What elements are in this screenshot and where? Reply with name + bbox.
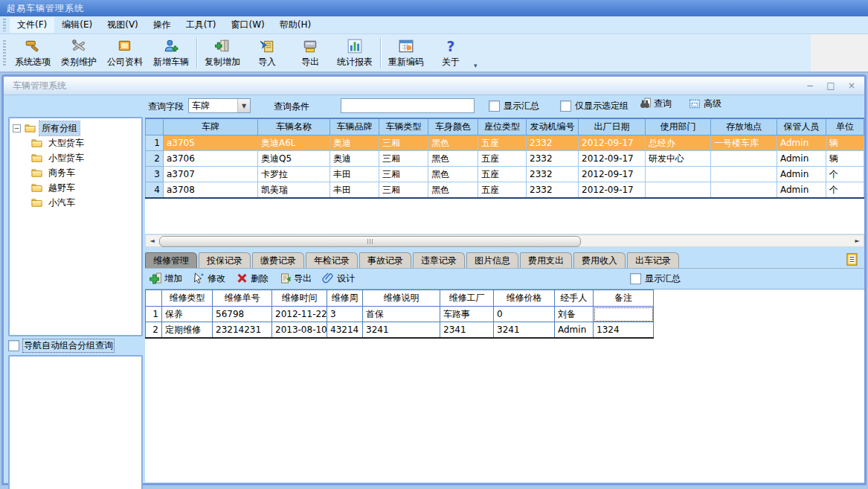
query-condition-input[interactable]	[341, 98, 475, 113]
table-cell[interactable]: 2332	[527, 182, 579, 199]
advanced-button[interactable]: 高级	[688, 98, 721, 110]
tab-10[interactable]: 出车记录	[627, 252, 679, 268]
column-header[interactable]: 保管人员	[777, 119, 826, 135]
auto-group-checkbox-row[interactable]: 导航自动组合分组查询	[8, 339, 143, 352]
toolbar-button-3[interactable]: 公司资料	[102, 36, 148, 70]
column-header[interactable]: 维修时间	[272, 290, 327, 307]
close-button[interactable]	[843, 80, 860, 92]
table-row[interactable]: 2定期维修232142312013-08-1043214324123413241…	[146, 322, 654, 339]
table-cell[interactable]: 一号楼车库	[711, 135, 777, 151]
table-cell[interactable]: 五座	[478, 182, 527, 199]
table-cell[interactable]	[646, 182, 711, 199]
chevron-down-icon[interactable]: ▼	[237, 99, 250, 112]
table-cell[interactable]	[646, 167, 711, 182]
table-cell[interactable]: 辆	[826, 151, 864, 167]
column-header[interactable]: 维修周	[327, 290, 363, 307]
column-header[interactable]: 维修类型	[162, 290, 213, 307]
table-cell[interactable]: 黑色	[428, 135, 478, 151]
column-header[interactable]: 出厂日期	[579, 119, 646, 135]
toolbar-button-5[interactable]: 复制增加	[199, 36, 245, 70]
tree-item-1[interactable]: 大型货车	[11, 135, 140, 150]
table-cell[interactable]: 三厢	[379, 135, 428, 151]
menu-item-4[interactable]: 操作	[146, 17, 179, 33]
table-cell[interactable]: Admin	[777, 151, 826, 167]
toolbar-button-2[interactable]: 类别维护	[56, 36, 102, 70]
table-row[interactable]: 4a3708凯美瑞丰田三厢黑色五座23322012-09-17Admin个	[146, 182, 864, 199]
menu-item-6[interactable]: 窗口(W)	[224, 17, 272, 33]
table-cell[interactable]: 奥迪A6L	[258, 135, 330, 151]
table-cell[interactable]: 3241	[363, 322, 440, 339]
column-header[interactable]: 车辆品牌	[330, 119, 379, 135]
minimize-button[interactable]	[802, 80, 818, 92]
table-cell[interactable]: Admin	[555, 322, 594, 339]
record-show-summary-checkbox[interactable]	[630, 273, 641, 284]
table-cell[interactable]: 五座	[478, 167, 527, 182]
column-header[interactable]: 维修价格	[494, 290, 555, 307]
auto-group-checkbox[interactable]	[8, 340, 19, 351]
table-cell[interactable]: 丰田	[330, 182, 379, 199]
table-cell[interactable]: 3241	[494, 322, 555, 339]
table-cell[interactable]	[711, 182, 777, 199]
table-cell[interactable]: 2012-09-17	[579, 135, 646, 151]
tab-4[interactable]: 年检记录	[306, 252, 358, 268]
toolbar-button-9[interactable]: 重新编码	[383, 36, 429, 70]
tree-item-2[interactable]: 小型货车	[11, 150, 140, 165]
table-cell[interactable]: 奥迪	[330, 151, 379, 167]
menu-item-1[interactable]: 文件(F)	[10, 17, 54, 33]
table-cell[interactable]: 三厢	[379, 151, 428, 167]
toolbar-overflow-icon[interactable]: ▾	[474, 62, 478, 69]
table-cell[interactable]: 23214231	[213, 322, 272, 339]
table-cell[interactable]: 卡罗拉	[258, 167, 330, 182]
table-cell[interactable]: 43214	[327, 322, 363, 339]
table-cell[interactable]: 0	[494, 307, 555, 322]
table-cell[interactable]: 黑色	[428, 182, 478, 199]
table-cell[interactable]: 1324	[594, 322, 654, 339]
table-cell[interactable]: 凯美瑞	[258, 182, 330, 199]
only-selected-group-checkbox-row[interactable]: 仅显示选定组	[560, 100, 629, 112]
table-cell[interactable]: 定期维修	[162, 322, 213, 339]
toolbar-button-1[interactable]: 系统选项	[10, 36, 56, 70]
table-cell[interactable]: 丰田	[330, 167, 379, 182]
column-header[interactable]: 维修单号	[213, 290, 272, 307]
tab-2[interactable]: 投保记录	[199, 252, 251, 268]
column-header[interactable]: 发动机编号	[527, 119, 579, 135]
search-button[interactable]: 查询	[638, 98, 672, 110]
collapse-icon[interactable]: −	[13, 124, 21, 132]
table-cell[interactable]: 黑色	[428, 151, 478, 167]
table-row[interactable]: 2a3706奥迪Q5奥迪三厢黑色五座23322012-09-17研发中心Admi…	[146, 151, 864, 167]
table-cell[interactable]: 奥迪	[330, 135, 379, 151]
table-cell[interactable]: 2013-08-10	[272, 322, 327, 339]
table-cell[interactable]	[711, 151, 777, 167]
tab-3[interactable]: 缴费记录	[252, 252, 304, 268]
table-cell[interactable]: 2012-09-17	[579, 167, 646, 182]
table-row[interactable]: 3a3707卡罗拉丰田三厢黑色五座23322012-09-17Admin个	[146, 167, 864, 182]
table-cell[interactable]: 2332	[527, 151, 579, 167]
table-cell[interactable]: 2012-09-17	[579, 182, 646, 199]
toolbar-button-8[interactable]: 统计报表	[332, 36, 378, 70]
table-cell[interactable]: 五座	[478, 151, 527, 167]
horizontal-scrollbar[interactable]: ◄ ►	[145, 234, 864, 247]
record-show-summary-row[interactable]: 显示汇总	[630, 272, 681, 285]
table-cell[interactable]: 奥迪Q5	[258, 151, 330, 167]
show-summary-checkbox[interactable]	[489, 100, 500, 112]
scroll-right-arrow[interactable]: ►	[852, 236, 863, 246]
maximize-button[interactable]	[823, 80, 839, 92]
column-header[interactable]: 维修工厂	[440, 290, 494, 307]
scroll-left-arrow[interactable]: ◄	[147, 236, 158, 246]
table-cell[interactable]: 3	[327, 307, 363, 322]
table-cell[interactable]	[711, 167, 777, 182]
table-cell[interactable]: 个	[826, 167, 864, 182]
query-field-combobox[interactable]: 车牌 ▼	[188, 98, 251, 113]
menu-item-2[interactable]: 编辑(E)	[54, 17, 100, 33]
tab-1[interactable]: 维修管理	[145, 252, 197, 268]
table-cell[interactable]: 2341	[440, 322, 494, 339]
table-cell[interactable]: 黑色	[428, 167, 478, 182]
column-header[interactable]: 车辆名称	[258, 119, 330, 135]
column-header[interactable]: 维修说明	[363, 290, 440, 307]
scrollbar-thumb[interactable]	[159, 236, 581, 247]
table-cell[interactable]: 首保	[363, 307, 440, 322]
table-cell[interactable]: 总经办	[646, 135, 711, 151]
toolbar-button-4[interactable]: 新增车辆	[148, 36, 194, 70]
toolbar-button-7[interactable]: 导出	[289, 36, 332, 70]
record-button-2[interactable]: 修改	[193, 272, 225, 285]
